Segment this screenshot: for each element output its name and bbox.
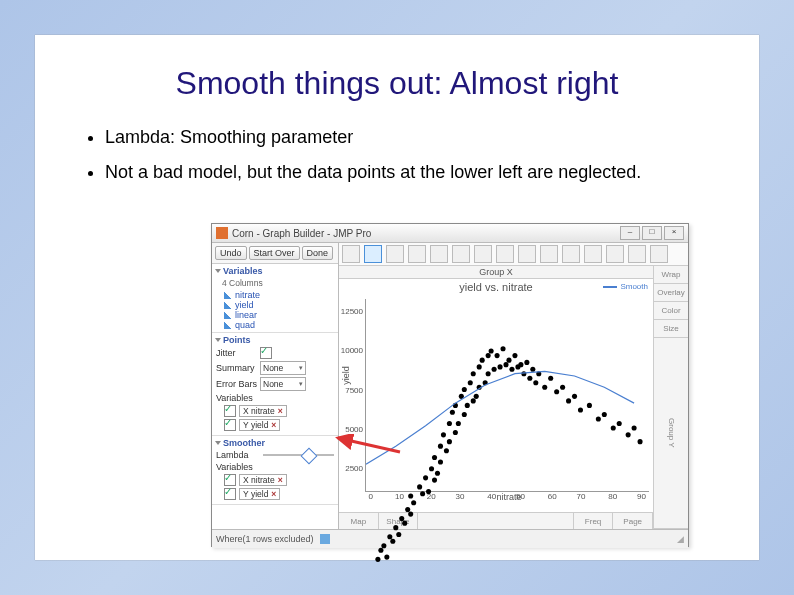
svg-point-72	[602, 412, 607, 417]
smoother-panel: Smoother Lambda Variables X nitrate× Y y…	[212, 436, 338, 505]
svg-point-49	[498, 364, 503, 369]
overlay-dropzone[interactable]: Overlay	[654, 284, 688, 302]
errorbars-dropdown[interactable]: None	[260, 377, 306, 391]
jitter-checkbox[interactable]	[260, 347, 272, 359]
x-var-chip[interactable]: X nitrate×	[239, 405, 287, 417]
titlebar[interactable]: Corn - Graph Builder - JMP Pro – □ ×	[212, 224, 688, 243]
map-tool-icon[interactable]	[606, 245, 624, 263]
size-dropzone[interactable]: Size	[654, 320, 688, 338]
done-button[interactable]: Done	[302, 246, 334, 260]
resize-grip-icon[interactable]: ◢	[677, 534, 684, 544]
group-y-dropzone[interactable]: Group Y	[654, 338, 688, 529]
svg-point-25	[444, 448, 449, 453]
continuous-icon	[224, 291, 232, 299]
pie-tool-icon[interactable]	[518, 245, 536, 263]
mosaic-tool-icon[interactable]	[562, 245, 580, 263]
close-button[interactable]: ×	[664, 226, 684, 240]
x-var-chip-2[interactable]: X nitrate×	[239, 474, 287, 486]
variables-panel: Variables 4 Columns nitrate yield linear…	[212, 264, 338, 333]
svg-point-16	[423, 475, 428, 480]
contour-tool-icon[interactable]	[584, 245, 602, 263]
svg-point-68	[572, 394, 577, 399]
heatmap-tool-icon[interactable]	[496, 245, 514, 263]
variables-header[interactable]: Variables	[223, 266, 263, 276]
remove-icon[interactable]: ×	[271, 489, 276, 499]
column-nitrate[interactable]: nitrate	[224, 290, 334, 300]
area-tool-icon[interactable]	[430, 245, 448, 263]
smoother-tool-icon[interactable]	[364, 245, 382, 263]
y-var-checkbox[interactable]	[224, 419, 236, 431]
svg-point-34	[462, 387, 467, 392]
line-tool-icon[interactable]	[386, 245, 404, 263]
maximize-button[interactable]: □	[642, 226, 662, 240]
svg-point-59	[527, 376, 532, 381]
y-var-chip-2[interactable]: Y yield×	[239, 488, 280, 500]
column-linear[interactable]: linear	[224, 310, 334, 320]
control-sidebar: Undo Start Over Done Variables 4 Columns…	[212, 243, 339, 529]
points-panel: Points Jitter SummaryNone Error BarsNone…	[212, 333, 338, 436]
variables-label: Variables	[216, 393, 260, 403]
svg-point-37	[471, 398, 476, 403]
svg-point-11	[408, 512, 413, 517]
continuous-icon	[224, 311, 232, 319]
columns-count[interactable]: 4 Columns	[222, 278, 263, 288]
svg-point-14	[417, 484, 422, 489]
group-x-dropzone[interactable]: Group X	[339, 266, 653, 279]
bullet-item: Lambda: Smoothing parameter	[105, 127, 729, 148]
color-dropzone[interactable]: Color	[654, 302, 688, 320]
x-axis[interactable]: 0 10 20 30 40 50 60 70 80 90 nitrate	[365, 492, 653, 512]
formula-tool-icon[interactable]	[628, 245, 646, 263]
svg-point-36	[468, 380, 473, 385]
points-tool-icon[interactable]	[342, 245, 360, 263]
svg-point-4	[387, 534, 392, 539]
remove-icon[interactable]: ×	[278, 475, 283, 485]
y-var-chip[interactable]: Y yield×	[239, 419, 280, 431]
svg-point-66	[560, 385, 565, 390]
histogram-tool-icon[interactable]	[474, 245, 492, 263]
svg-point-65	[554, 389, 559, 394]
x-var-checkbox-2[interactable]	[224, 474, 236, 486]
y-var-checkbox-2[interactable]	[224, 488, 236, 500]
svg-point-35	[465, 403, 470, 408]
svg-point-3	[384, 555, 389, 560]
bullet-list: Lambda: Smoothing parameter Not a bad mo…	[65, 127, 729, 183]
svg-point-61	[533, 380, 538, 385]
treemap-tool-icon[interactable]	[540, 245, 558, 263]
svg-point-56	[518, 362, 523, 367]
element-toolbar	[339, 243, 688, 266]
svg-point-19	[432, 478, 437, 483]
undo-button[interactable]: Undo	[215, 246, 247, 260]
status-icon[interactable]	[320, 534, 330, 544]
svg-point-67	[566, 398, 571, 403]
smoother-header[interactable]: Smoother	[223, 438, 265, 448]
window-title: Corn - Graph Builder - JMP Pro	[232, 228, 618, 239]
remove-icon[interactable]: ×	[278, 406, 283, 416]
y-axis[interactable]: yield 2500 5000 7500 10000 12500	[339, 295, 365, 492]
svg-point-51	[503, 362, 508, 367]
variables-label-2: Variables	[216, 462, 260, 472]
svg-point-22	[438, 444, 443, 449]
caption-tool-icon[interactable]	[650, 245, 668, 263]
jmp-app-icon	[216, 227, 228, 239]
lambda-slider[interactable]	[263, 450, 334, 460]
svg-point-60	[530, 367, 535, 372]
bar-tool-icon[interactable]	[408, 245, 426, 263]
svg-point-71	[596, 416, 601, 421]
wrap-dropzone[interactable]: Wrap	[654, 266, 688, 284]
x-var-checkbox[interactable]	[224, 405, 236, 417]
points-header[interactable]: Points	[223, 335, 251, 345]
svg-point-23	[438, 459, 443, 464]
svg-point-75	[626, 432, 631, 437]
start-over-button[interactable]: Start Over	[249, 246, 300, 260]
right-dropzones: Wrap Overlay Color Size Group Y	[653, 266, 688, 529]
svg-point-33	[462, 412, 467, 417]
column-quad[interactable]: quad	[224, 320, 334, 330]
legend-smooth[interactable]: Smooth	[603, 282, 648, 291]
summary-dropdown[interactable]: None	[260, 361, 306, 375]
chart-canvas[interactable]	[365, 299, 649, 492]
remove-icon[interactable]: ×	[271, 420, 276, 430]
svg-point-7	[396, 532, 401, 537]
boxplot-tool-icon[interactable]	[452, 245, 470, 263]
column-yield[interactable]: yield	[224, 300, 334, 310]
minimize-button[interactable]: –	[620, 226, 640, 240]
